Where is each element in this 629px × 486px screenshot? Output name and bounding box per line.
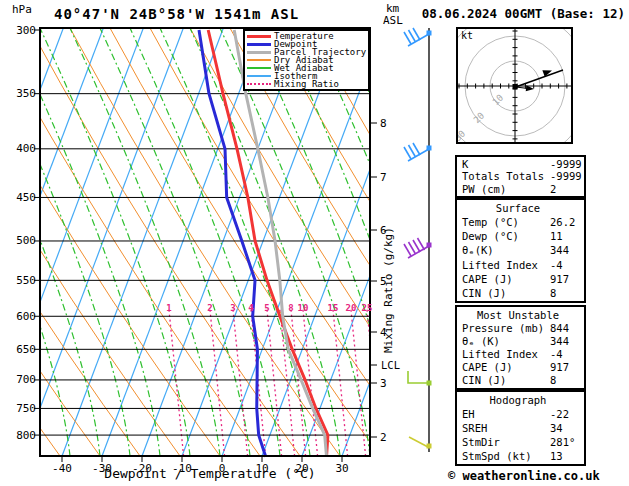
pressure-tick-label: 650 bbox=[8, 343, 36, 356]
temp-tick-label: 30 bbox=[327, 462, 357, 475]
indices-table-section: HodographEH-22SREH34StmDir281°StmSpd (kt… bbox=[455, 390, 586, 466]
table-row-value: 34 bbox=[550, 422, 563, 434]
hodograph-trace bbox=[513, 67, 564, 92]
isotherm-line bbox=[22, 28, 183, 456]
copyright-footer: © weatheronline.co.uk bbox=[448, 469, 600, 483]
table-row-value: 8 bbox=[550, 287, 556, 299]
hodograph-ring-label: 30 bbox=[453, 129, 468, 144]
table-row-value: 26.2 bbox=[550, 216, 575, 228]
hodograph-ring-label: 20 bbox=[472, 111, 487, 126]
table-row: CIN (J)8 bbox=[462, 374, 584, 386]
legend-label: Mixing Ratio bbox=[274, 80, 339, 88]
table-row-value: 344 bbox=[550, 335, 569, 347]
isotherm-line bbox=[62, 28, 223, 456]
legend-item: Mixing Ratio bbox=[245, 80, 368, 88]
mixing-ratio-label: 3 bbox=[225, 303, 241, 313]
mixing-ratio-label: 1 bbox=[161, 303, 177, 313]
table-row-value: 13 bbox=[550, 450, 563, 462]
pressure-tick-label: 350 bbox=[8, 87, 36, 100]
table-row: Dewp (°C)11 bbox=[462, 230, 584, 242]
table-row: Totals Totals-9999 bbox=[462, 170, 584, 182]
table-row: Pressure (mb)844 bbox=[462, 322, 584, 334]
table-row-label: θₑ (K) bbox=[462, 335, 550, 347]
table-row-value: 917 bbox=[550, 273, 569, 285]
mixing-ratio-line bbox=[333, 308, 348, 456]
legend-sample-dotted bbox=[247, 83, 271, 85]
table-row-value: -9999 bbox=[550, 170, 582, 182]
table-row-value: -9999 bbox=[550, 158, 582, 170]
mixing-ratio-label: 10 bbox=[295, 303, 311, 313]
table-row-value: 11 bbox=[550, 230, 563, 242]
pressure-tick-label: 300 bbox=[8, 24, 36, 37]
table-row-label: EH bbox=[462, 408, 550, 420]
mixing-ratio-label: 4 bbox=[243, 303, 259, 313]
temp-tick-label: 0 bbox=[207, 462, 237, 475]
mixing-ratio-label: 20 bbox=[343, 303, 359, 313]
table-row-label: PW (cm) bbox=[462, 183, 550, 195]
wind-barb bbox=[408, 371, 432, 386]
indices-table-section: K-9999Totals Totals-9999PW (cm)2 bbox=[455, 155, 586, 198]
table-row: CAPE (J)917 bbox=[462, 273, 584, 285]
wind-barb bbox=[404, 238, 432, 258]
table-section-title: Surface bbox=[462, 202, 574, 214]
pressure-tick-label: 600 bbox=[8, 310, 36, 323]
km-tick-label: 5 bbox=[380, 275, 387, 288]
table-row-value: -4 bbox=[550, 348, 563, 360]
table-row-label: SREH bbox=[462, 422, 550, 434]
station-title: 40°47'N 24B°58'W 1541m ASL bbox=[54, 6, 299, 22]
table-row-label: StmDir bbox=[462, 436, 550, 448]
asl-axis-label: ASL bbox=[383, 14, 403, 27]
skewt-screen: 102030 40°47'N 24B°58'W 1541m ASL 08.06.… bbox=[0, 0, 629, 486]
table-row-label: Totals Totals bbox=[462, 170, 550, 182]
pressure-tick-label: 700 bbox=[8, 373, 36, 386]
table-section-title: Hodograph bbox=[462, 394, 574, 406]
wet-adiabat-line bbox=[100, 28, 250, 456]
mixing-ratio-label: 15 bbox=[325, 303, 341, 313]
isotherm-line bbox=[102, 28, 263, 456]
pressure-tick-label: 500 bbox=[8, 234, 36, 247]
dry-adiabat-line bbox=[70, 28, 340, 456]
table-row: CAPE (J)917 bbox=[462, 361, 584, 373]
lcl-marker-label: LCL bbox=[381, 359, 400, 371]
legend-box: TemperatureDewpointParcel TrajectoryDry … bbox=[243, 29, 370, 91]
table-row-value: -22 bbox=[550, 408, 569, 420]
wind-barb bbox=[404, 143, 432, 161]
table-row-value: 344 bbox=[550, 244, 569, 256]
hodograph-ring-label: 10 bbox=[491, 93, 506, 108]
temp-tick-label: 20 bbox=[287, 462, 317, 475]
km-tick-label: 2 bbox=[380, 431, 387, 444]
table-row: Temp (°C)26.2 bbox=[462, 216, 584, 228]
table-row-label: CIN (J) bbox=[462, 287, 550, 299]
pressure-tick-label: 750 bbox=[8, 402, 36, 415]
km-tick-label: 7 bbox=[380, 171, 387, 184]
indices-table-section: SurfaceTemp (°C)26.2Dewp (°C)11θₑ(K)344L… bbox=[455, 198, 586, 303]
indices-table-section: Most UnstablePressure (mb)844θₑ (K)344Li… bbox=[455, 305, 586, 390]
table-row-label: Lifted Index bbox=[462, 259, 550, 271]
table-row-value: 281° bbox=[550, 436, 575, 448]
table-row-value: 8 bbox=[550, 374, 556, 386]
table-row-label: Dewp (°C) bbox=[462, 230, 550, 242]
mixing-ratio-line bbox=[267, 308, 282, 456]
table-row: Lifted Index-4 bbox=[462, 259, 584, 271]
temp-tick-label: 10 bbox=[247, 462, 277, 475]
legend-sample-thick bbox=[247, 43, 271, 46]
wind-barb bbox=[409, 437, 432, 449]
table-row-value: 844 bbox=[550, 322, 569, 334]
table-row-value: -4 bbox=[550, 259, 563, 271]
run-datetime: 08.06.2024 00GMT (Base: 12) bbox=[403, 6, 625, 21]
table-row: θₑ (K)344 bbox=[462, 335, 584, 347]
mixing-ratio-line bbox=[233, 308, 248, 456]
km-tick-label: 8 bbox=[380, 117, 387, 130]
table-row-label: Temp (°C) bbox=[462, 216, 550, 228]
table-row: Lifted Index-4 bbox=[462, 348, 584, 360]
table-row-label: CAPE (J) bbox=[462, 273, 550, 285]
km-tick-label: 4 bbox=[380, 326, 387, 339]
table-row-label: Lifted Index bbox=[462, 348, 550, 360]
mixing-ratio-line bbox=[210, 308, 225, 456]
table-row-label: θₑ(K) bbox=[462, 244, 550, 256]
table-section-title: Most Unstable bbox=[462, 309, 574, 321]
legend-sample-thin bbox=[247, 67, 271, 69]
temp-tick-label: -10 bbox=[167, 462, 197, 475]
table-row: StmDir281° bbox=[462, 436, 584, 448]
mixing-ratio-label: 2 bbox=[202, 303, 218, 313]
